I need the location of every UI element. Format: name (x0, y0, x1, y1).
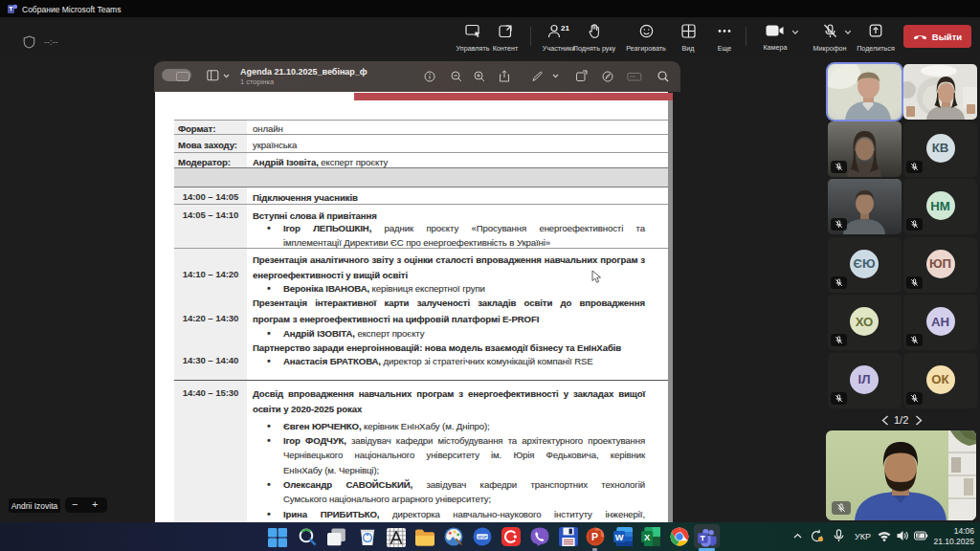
svg-text:W: W (615, 533, 624, 542)
svg-text:X: X (644, 533, 651, 542)
svg-text:STOP: STOP (478, 536, 487, 540)
svg-text:P: P (591, 531, 598, 542)
